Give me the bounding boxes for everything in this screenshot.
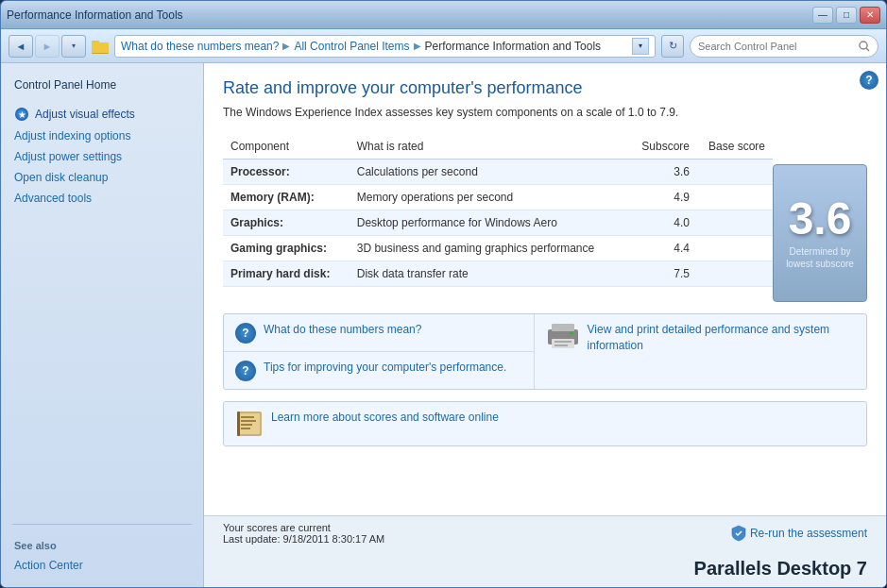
svg-rect-11 [554, 344, 568, 346]
svg-text:★: ★ [18, 109, 26, 120]
page-title: Rate and improve your computer's perform… [223, 78, 867, 98]
table-row: Graphics: Desktop performance for Window… [223, 210, 773, 236]
sidebar-item-action-center[interactable]: Action Center [1, 555, 203, 576]
sidebar-item-visual-effects[interactable]: ★ Adjust visual effects [1, 103, 203, 126]
breadcrumb-current: Performance Information and Tools [425, 40, 602, 53]
table-row: Gaming graphics: 3D business and gaming … [223, 236, 773, 261]
printer-icon [546, 322, 580, 350]
links-col-left: ? What do these numbers mean? ? Tips for… [224, 314, 535, 389]
main-content: Control Panel Home ★ Adjust visual effec… [1, 63, 886, 587]
svg-rect-8 [552, 324, 574, 331]
link-learn-more[interactable]: Learn more about scores and software onl… [271, 410, 499, 426]
svg-rect-17 [241, 424, 252, 426]
sidebar-home-label: Control Panel Home [14, 78, 116, 92]
subscore-cell: 7.5 [627, 261, 697, 287]
subscore-cell: 4.4 [627, 236, 697, 261]
link-row-tips: ? Tips for improving your computer's per… [224, 352, 534, 389]
window-controls: — □ ✕ [812, 7, 880, 24]
subscore-cell: 4.9 [627, 185, 697, 210]
links-col-right: View and print detailed performance and … [535, 314, 867, 389]
table-row: Primary hard disk: Disk data transfer ra… [223, 261, 773, 287]
parallels-branding: Parallels Desktop 7 [204, 550, 886, 587]
link-tips-improving[interactable]: Tips for improving your computer's perfo… [264, 360, 506, 376]
breadcrumb-dropdown[interactable]: ▾ [632, 38, 649, 55]
col-header-component: Component [223, 134, 350, 160]
base-score-cell [697, 210, 773, 236]
see-also-label: See also [1, 532, 203, 555]
what-rated-cell: Desktop performance for Windows Aero [350, 210, 628, 236]
learn-more-section: Learn more about scores and software onl… [223, 401, 867, 446]
title-bar: Performance Information and Tools — □ ✕ [1, 1, 886, 29]
link-view-print[interactable]: View and print detailed performance and … [588, 322, 856, 354]
breadcrumb-control-panel[interactable]: What do these numbers mean? [121, 40, 279, 53]
base-score-cell [697, 185, 773, 210]
back-button[interactable]: ◄ [9, 35, 33, 58]
minimize-button[interactable]: — [812, 7, 833, 24]
search-input[interactable] [698, 41, 855, 52]
forward-button[interactable]: ► [35, 35, 60, 58]
sidebar-visual-effects-label: Adjust visual effects [35, 108, 135, 121]
folder-icon [92, 39, 109, 54]
performance-table-wrap: Component What is rated Subscore Base sc… [223, 134, 773, 302]
star-icon: ★ [14, 107, 29, 122]
component-cell: Primary hard disk: [223, 261, 350, 287]
component-cell: Gaming graphics: [223, 236, 350, 261]
component-cell: Processor: [223, 160, 350, 185]
what-rated-cell: 3D business and gaming graphics performa… [350, 236, 628, 261]
status-bar: Your scores are current Last update: 9/1… [204, 515, 886, 550]
sidebar-item-indexing[interactable]: Adjust indexing options [1, 126, 203, 146]
what-rated-cell: Disk data transfer rate [350, 261, 628, 287]
close-button[interactable]: ✕ [860, 7, 880, 24]
component-cell: Graphics: [223, 210, 350, 236]
svg-point-12 [570, 331, 573, 335]
link-what-numbers[interactable]: What do these numbers mean? [264, 322, 421, 338]
page-subtitle: The Windows Experience Index assesses ke… [223, 106, 867, 119]
link-row-learn-more: Learn more about scores and software onl… [224, 402, 866, 445]
refresh-button[interactable]: ↻ [661, 35, 684, 58]
nav-buttons: ◄ ► ▾ [9, 35, 86, 58]
svg-rect-16 [241, 420, 256, 422]
subscore-cell: 4.0 [627, 210, 697, 236]
search-box[interactable] [690, 35, 878, 58]
rerun-assessment-link[interactable]: Re-run the assessment [731, 525, 867, 542]
svg-rect-18 [241, 428, 250, 429]
svg-rect-15 [241, 416, 254, 418]
search-icon [859, 41, 870, 52]
help-icon[interactable]: ? [860, 71, 878, 90]
table-score-wrapper: Component What is rated Subscore Base sc… [223, 134, 867, 302]
status-text-wrap: Your scores are current Last update: 9/1… [223, 522, 384, 545]
sidebar-item-home[interactable]: Control Panel Home [1, 75, 203, 95]
question-icon-1: ? [235, 323, 256, 344]
breadcrumb-bar: What do these numbers mean? ▶ All Contro… [114, 35, 656, 58]
breadcrumb-sep-2: ▶ [414, 41, 421, 51]
rerun-label[interactable]: Re-run the assessment [750, 527, 867, 540]
sidebar-advanced-tools-label: Advanced tools [14, 192, 92, 205]
sidebar-item-power[interactable]: Adjust power settings [1, 146, 203, 167]
col-header-what-rated: What is rated [350, 134, 628, 160]
what-rated-cell: Calculations per second [350, 160, 628, 185]
question-icon-2: ? [235, 361, 256, 381]
svg-line-4 [866, 48, 869, 51]
sidebar-power-label: Adjust power settings [14, 150, 122, 163]
breadcrumb-sep-1: ▶ [282, 41, 290, 51]
book-scores-icon [235, 410, 264, 438]
breadcrumb-all-items[interactable]: All Control Panel Items [294, 40, 409, 53]
link-row-numbers: ? What do these numbers mean? [224, 314, 534, 352]
maximize-button[interactable]: □ [836, 7, 857, 24]
recent-pages-button[interactable]: ▾ [61, 35, 86, 58]
svg-rect-2 [92, 42, 109, 53]
content-area: ? Rate and improve your computer's perfo… [204, 63, 886, 587]
sidebar-item-disk-cleanup[interactable]: Open disk cleanup [1, 167, 203, 188]
base-score-cell [697, 261, 773, 287]
window-title: Performance Information and Tools [7, 8, 183, 22]
score-box: 3.6 Determined by lowest subscore [773, 164, 867, 302]
last-update-text: Last update: 9/18/2011 8:30:17 AM [223, 533, 384, 545]
sidebar-item-advanced-tools[interactable]: Advanced tools [1, 188, 203, 209]
links-section: ? What do these numbers mean? ? Tips for… [223, 313, 867, 390]
svg-rect-9 [552, 339, 574, 348]
address-bar: ◄ ► ▾ What do these numbers mean? ▶ All … [1, 29, 886, 63]
performance-table: Component What is rated Subscore Base sc… [223, 134, 773, 287]
folder-icon-wrap [92, 39, 109, 54]
scores-current-text: Your scores are current [223, 522, 384, 533]
col-header-subscore: Subscore [627, 134, 697, 160]
